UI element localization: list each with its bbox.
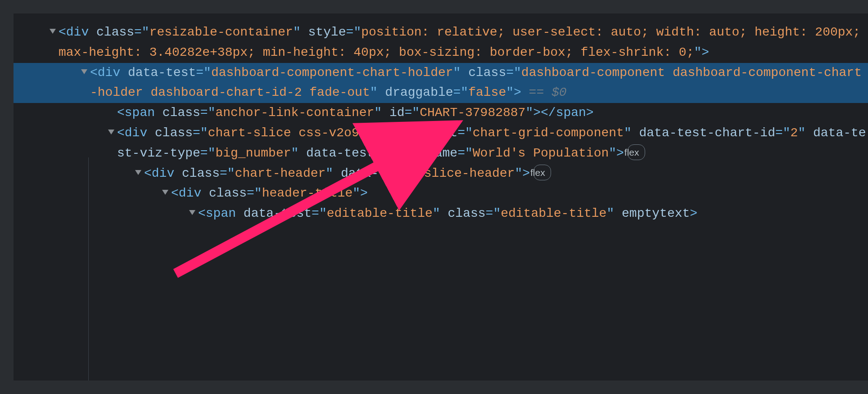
attr-data-test: dashboard-component-chart-holder [211,66,453,80]
dom-node-chart-holder-selected[interactable]: <div data-test="dashboard-component-char… [14,63,868,103]
tag-name: div [179,186,201,200]
dom-node-anchor-span[interactable]: <span class="anchor-link-container" id="… [14,103,868,123]
expand-toggle-icon[interactable] [162,190,168,195]
tag-name: div [98,66,120,80]
flex-badge[interactable]: flex [628,144,645,161]
attr-class: editable-title [501,206,606,220]
attr-emptytext: emptytext [622,206,690,220]
expand-toggle-icon[interactable] [108,130,114,134]
attr-data-test: chart-grid-component [473,126,624,140]
expand-toggle-icon[interactable] [135,170,141,175]
tag-name: div [125,126,147,140]
elements-panel[interactable]: <div class="resizable-container" style="… [14,13,868,381]
tag-name: span [125,106,155,120]
dom-node-resizable-container[interactable]: <div class="resizable-container" style="… [14,22,868,63]
attr-data-test: editable-title [327,206,433,220]
attr-class: resizable-container [149,25,293,39]
expand-toggle-icon[interactable] [189,210,195,215]
dom-node-chart-header[interactable]: <div class="chart-header" data-test="sli… [14,164,868,184]
attr-viz-type: big_number [215,146,291,160]
attr-id: CHART-37982887 [420,106,525,120]
attr-class: header-title [262,186,353,200]
dom-node-editable-title[interactable]: <span data-test="editable-title" class="… [14,204,868,224]
devtools-frame: <div class="resizable-container" style="… [0,0,868,394]
attr-chart-id: 2 [791,126,798,140]
attr-chart-name: World's Population [473,146,609,160]
attr-class: chart-slice css-v2o9ep [208,126,375,140]
attr-draggable: false [468,85,506,99]
console-ref: == $0 [521,85,567,99]
tag-name: span [206,206,236,220]
flex-badge[interactable]: flex [533,165,551,181]
expand-toggle-icon[interactable] [50,29,56,34]
attr-data-test: slice-header [424,166,515,180]
dom-node-chart-slice[interactable]: <div class="chart-slice css-v2o9ep" data… [14,123,868,164]
dom-node-header-title[interactable]: <div class="header-title"> [14,184,868,204]
tag-name: div [152,166,174,180]
expand-toggle-icon[interactable] [81,69,87,74]
attr-class: anchor-link-container [215,106,374,120]
attr-class: chart-header [235,166,326,180]
tag-name: div [66,25,89,39]
